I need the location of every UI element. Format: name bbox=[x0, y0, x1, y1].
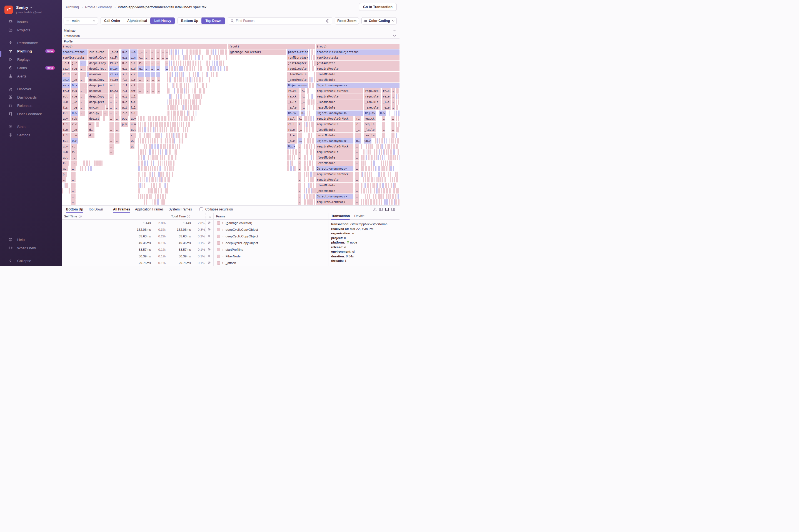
flame-frame[interactable]: (root) bbox=[228, 44, 315, 49]
flame-frame[interactable]: (garbage collector) bbox=[229, 50, 286, 55]
flame-frame[interactable]: … bbox=[391, 127, 394, 132]
flame-frame[interactable]: … bbox=[109, 121, 114, 127]
flame-frame[interactable]: r… bbox=[355, 121, 361, 127]
flame-frame[interactable]: requireModule bbox=[316, 94, 363, 99]
flame-frame[interactable]: deepC…ject bbox=[88, 66, 108, 71]
flame-frame[interactable]: … bbox=[109, 144, 114, 149]
flame-frame[interactable] bbox=[153, 160, 154, 166]
flame-frame[interactable] bbox=[138, 116, 138, 121]
flame-frame[interactable]: … bbox=[165, 66, 168, 71]
flame-frame[interactable]: _…e bbox=[71, 72, 78, 77]
flame-frame[interactable] bbox=[307, 111, 308, 116]
flame-frame[interactable] bbox=[393, 138, 394, 144]
flame-frame[interactable]: r… bbox=[298, 116, 302, 121]
flame-frame[interactable] bbox=[181, 116, 182, 121]
flame-frame[interactable] bbox=[193, 105, 193, 110]
flame-frame[interactable] bbox=[183, 99, 184, 105]
flame-frame[interactable] bbox=[147, 160, 148, 166]
flame-frame[interactable] bbox=[161, 138, 162, 144]
flame-frame[interactable] bbox=[94, 160, 96, 166]
flame-frame[interactable] bbox=[183, 121, 184, 127]
flame-frame[interactable] bbox=[365, 172, 366, 177]
flame-frame[interactable]: … bbox=[145, 72, 150, 77]
flame-frame[interactable]: … bbox=[62, 177, 66, 183]
flame-frame[interactable] bbox=[165, 144, 166, 149]
flame-frame[interactable] bbox=[157, 138, 158, 144]
flame-frame[interactable]: … bbox=[165, 55, 168, 60]
flame-frame[interactable] bbox=[382, 183, 384, 188]
flame-frame[interactable] bbox=[87, 72, 89, 77]
flame-frame[interactable] bbox=[398, 121, 400, 127]
flame-frame[interactable] bbox=[308, 116, 309, 121]
flame-frame[interactable]: act bbox=[109, 83, 119, 88]
flame-frame[interactable] bbox=[368, 166, 370, 171]
flame-frame[interactable] bbox=[197, 77, 198, 82]
flame-frame[interactable] bbox=[192, 88, 193, 94]
flame-frame[interactable] bbox=[311, 99, 313, 105]
flame-frame[interactable] bbox=[207, 72, 208, 77]
flame-frame[interactable]: … bbox=[146, 83, 150, 88]
flame-frame[interactable] bbox=[182, 105, 183, 110]
flame-frame[interactable] bbox=[186, 50, 188, 55]
flame-frame[interactable]: … bbox=[138, 77, 144, 82]
flame-frame[interactable]: f…1 bbox=[62, 121, 70, 127]
flame-frame[interactable]: Object.<anonymous> bbox=[316, 138, 353, 144]
flame-frame[interactable] bbox=[186, 55, 188, 60]
flame-frame[interactable]: requireModule bbox=[316, 121, 353, 127]
flame-frame[interactable] bbox=[179, 66, 181, 71]
flame-frame[interactable] bbox=[167, 83, 168, 88]
flame-frame[interactable] bbox=[160, 172, 162, 177]
flame-frame[interactable] bbox=[383, 149, 384, 155]
flame-frame[interactable] bbox=[390, 177, 391, 183]
flame-frame[interactable] bbox=[173, 99, 174, 105]
flame-frame[interactable] bbox=[160, 155, 162, 160]
flame-frame[interactable]: r… bbox=[298, 121, 302, 127]
flame-frame[interactable] bbox=[305, 200, 306, 205]
flame-frame[interactable] bbox=[174, 121, 176, 127]
flame-frame[interactable] bbox=[189, 60, 191, 66]
flame-frame[interactable] bbox=[369, 172, 370, 177]
flame-frame[interactable]: … bbox=[382, 116, 385, 121]
flame-frame[interactable]: r… bbox=[301, 94, 305, 99]
flame-frame[interactable] bbox=[178, 99, 180, 105]
flame-frame[interactable] bbox=[312, 77, 313, 82]
flame-frame[interactable] bbox=[219, 55, 220, 60]
flame-frame[interactable] bbox=[162, 127, 163, 132]
flame-frame[interactable] bbox=[138, 177, 138, 183]
flame-frame[interactable]: _… bbox=[138, 50, 144, 55]
flame-frame[interactable]: u…y bbox=[122, 94, 129, 99]
flame-frame[interactable] bbox=[171, 55, 172, 60]
flame-frame[interactable]: _… bbox=[71, 160, 77, 166]
flame-frame[interactable] bbox=[226, 66, 228, 71]
flame-frame[interactable] bbox=[309, 144, 310, 149]
flame-frame[interactable] bbox=[202, 83, 204, 88]
flame-frame[interactable]: … bbox=[298, 172, 301, 177]
flame-frame[interactable] bbox=[386, 194, 387, 199]
flame-frame[interactable]: O… bbox=[298, 138, 302, 144]
flame-frame[interactable]: _… bbox=[355, 127, 361, 132]
flame-frame[interactable] bbox=[385, 177, 386, 183]
flame-frame[interactable]: … bbox=[71, 177, 76, 183]
flame-frame[interactable]: _…e bbox=[71, 127, 78, 132]
flame-frame[interactable]: a…t bbox=[130, 83, 137, 88]
flame-frame[interactable] bbox=[397, 149, 399, 155]
flame-frame[interactable] bbox=[369, 194, 370, 199]
flame-frame[interactable]: … bbox=[115, 121, 119, 127]
flame-frame[interactable] bbox=[188, 121, 190, 127]
flame-frame[interactable]: re…ck bbox=[287, 88, 299, 94]
flame-frame[interactable] bbox=[373, 194, 374, 199]
self-time-column-header[interactable]: Self Time? bbox=[64, 213, 82, 220]
flame-frame[interactable]: O…> bbox=[379, 111, 386, 116]
flame-frame[interactable] bbox=[368, 144, 370, 149]
flame-frame[interactable] bbox=[151, 188, 153, 193]
flame-frame[interactable]: … bbox=[109, 94, 114, 99]
flame-frame[interactable]: … bbox=[156, 50, 160, 55]
flame-frame[interactable] bbox=[393, 188, 395, 193]
flame-frame[interactable]: … bbox=[138, 83, 144, 88]
flame-frame[interactable]: _… bbox=[71, 155, 77, 160]
flame-frame[interactable] bbox=[138, 144, 139, 149]
flame-frame[interactable] bbox=[179, 116, 180, 121]
flame-frame[interactable] bbox=[311, 144, 312, 149]
flame-frame[interactable]: … bbox=[109, 116, 114, 121]
flame-frame[interactable] bbox=[151, 155, 151, 160]
